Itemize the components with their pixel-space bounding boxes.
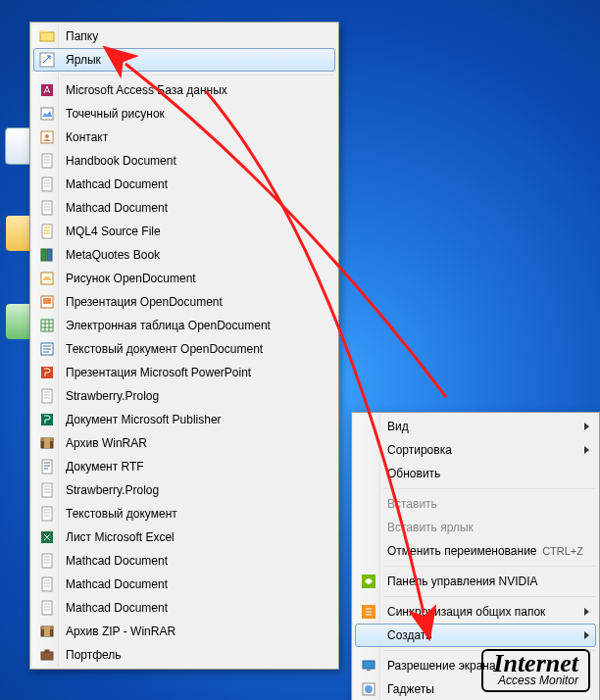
menu-item[interactable]: MQL4 Source File [33,220,335,243]
menu-item-label: MetaQuotes Book [66,244,160,266]
briefcase-icon [39,647,55,663]
submenu-arrow-icon [584,423,589,430]
menu-item-label: Лист Microsoft Excel [66,526,175,548]
doc-icon [39,600,55,616]
svg-rect-3 [41,108,53,120]
menu-item-label: Контакт [66,126,108,148]
menu-item[interactable]: Папку [33,25,335,48]
menu-item-label: Текстовый документ [66,503,177,525]
menu-item[interactable]: Точечный рисунок [33,102,335,125]
menu-item-label: Вставить [387,493,437,515]
menu-item-label: Презентация Microsoft PowerPoint [66,362,251,383]
menu-item[interactable]: Документ Microsoft Publisher [33,408,335,431]
xls-icon [39,529,55,545]
menu-item[interactable]: Текстовый документ OpenDocument [33,337,335,361]
menu-item-label: Синхронизация общих папок [387,601,545,623]
menu-item-label: Документ Microsoft Publisher [66,409,222,430]
menu-item-label: Mathcad Document [66,197,168,219]
menu-item[interactable]: Лист Microsoft Excel [33,525,335,549]
svg-rect-31 [44,626,50,636]
menu-item[interactable]: Текстовый документ [33,502,335,525]
menu-item[interactable]: Вид [355,415,596,438]
bmp-icon [39,106,55,122]
menu-item[interactable]: Создать [355,624,596,647]
svg-rect-21 [44,438,50,448]
menu-item-shortcut: CTRL+Z [542,540,583,562]
menu-item-label: Папку [66,25,98,47]
menu-item-label: Microsoft Access База данных [66,79,227,101]
menu-item-label: Презентация OpenDocument [66,291,223,313]
menu-item[interactable]: Портфель [33,643,335,667]
menu-item[interactable]: Mathcad Document [33,596,335,620]
menu-item[interactable]: Mathcad Document [33,549,335,573]
menu-item[interactable]: Рисунок OpenDocument [33,267,335,290]
menu-item[interactable]: Ярлык [33,48,335,72]
rar-icon [39,435,55,451]
menu-item-label: Гаджеты [387,678,434,700]
menu-item[interactable]: Синхронизация общих папок [355,600,596,624]
odp-icon [39,294,55,310]
svg-rect-7 [42,201,52,215]
submenu-arrow-icon [584,446,589,454]
svg-rect-5 [42,154,52,168]
menu-item[interactable]: Microsoft Access База данных [33,78,335,102]
menu-item[interactable]: Презентация Microsoft PowerPoint [33,361,335,384]
svg-rect-24 [42,507,52,521]
menu-item-label: Mathcad Document [66,574,168,595]
rtf-icon [39,459,55,475]
menu-item[interactable]: Mathcad Document [33,196,335,220]
menu-item[interactable]: Архив ZIP - WinRAR [33,620,335,643]
menu-item[interactable]: MetaQuotes Book [33,243,335,267]
menu-item[interactable]: Strawberry.Prolog [33,384,335,408]
contact-icon [39,129,55,145]
menu-item[interactable]: Mathcad Document [33,573,335,596]
nvidia-icon [361,574,376,589]
svg-rect-33 [45,650,49,652]
doc-icon [39,176,55,192]
svg-rect-26 [42,554,52,568]
menu-item-label: Документ RTF [66,456,144,477]
menu-item[interactable]: Handbook Document [33,149,335,173]
menu-item[interactable]: Панель управления NVIDIA [355,570,596,593]
menu-item-label: Разрешение экрана [387,655,496,676]
desktop[interactable]: ПапкуЯрлыкMicrosoft Access База данныхТо… [0,0,600,700]
menu-item[interactable]: Mathcad Document [33,173,335,196]
menu-item-label: Вставить ярлык [387,517,474,538]
doc-icon [39,576,55,592]
menu-item-label: Ярлык [66,49,101,71]
odt-icon [39,341,55,357]
menu-item: Вставить [355,492,596,516]
menu-item-label: Mathcad Document [66,174,168,195]
menu-item[interactable]: Презентация OpenDocument [33,290,335,314]
menu-item-label: Создать [387,625,432,646]
menu-item-label: Обновить [387,463,440,484]
menu-item-label: Вид [387,416,409,437]
menu-item[interactable]: Отменить переименованиеCTRL+Z [355,539,596,563]
svg-rect-6 [42,177,52,191]
menu-item[interactable]: Strawberry.Prolog [33,478,335,502]
menu-item[interactable]: Обновить [355,462,596,485]
svg-rect-8 [42,225,52,238]
sync-icon [361,604,376,620]
menu-item: Вставить ярлык [355,516,596,539]
menu-item-label: Портфель [66,644,122,666]
menu-item-label: Strawberry.Prolog [66,385,159,407]
menu-item[interactable]: Документ RTF [33,455,335,478]
menu-separator [383,596,595,597]
menu-item-label: Strawberry.Prolog [66,479,159,501]
zip-icon [39,624,55,639]
menu-item[interactable]: Электронная таблица OpenDocument [33,314,335,337]
svg-rect-22 [42,460,52,474]
menu-item[interactable]: Контакт [33,125,335,149]
menu-item-label: Рисунок OpenDocument [66,268,196,289]
menu-item-label: Электронная таблица OpenDocument [66,315,271,336]
menu-item-label: Архив ZIP - WinRAR [66,621,175,642]
menu-item[interactable]: Архив WinRAR [33,431,335,455]
pub-icon [39,412,55,427]
menu-separator [383,488,595,489]
menu-item[interactable]: Сортировка [355,438,596,462]
odg-icon [39,271,55,286]
doc-icon [39,553,55,569]
svg-rect-28 [42,601,52,615]
ods-icon [39,318,55,333]
